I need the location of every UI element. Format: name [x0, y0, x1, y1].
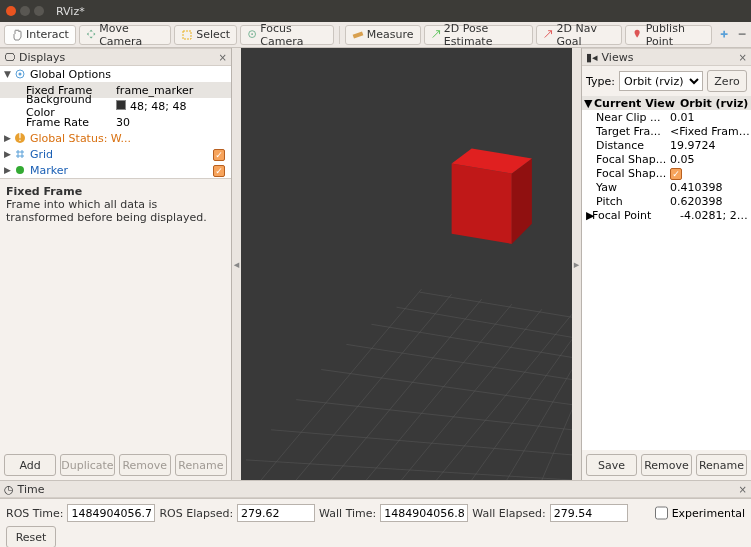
- wall-elapsed-input[interactable]: [550, 504, 628, 522]
- svg-point-8: [16, 166, 24, 174]
- time-panel: ROS Time: ROS Elapsed: Wall Time: Wall E…: [0, 498, 751, 526]
- window-title: RViz*: [56, 5, 85, 18]
- save-button[interactable]: Save: [586, 454, 637, 476]
- focus-camera-label: Focus Camera: [260, 22, 327, 48]
- pose-estimate-button[interactable]: 2D Pose Estimate: [424, 25, 534, 45]
- select-button[interactable]: Select: [174, 25, 237, 45]
- expand-icon[interactable]: ▶: [4, 133, 14, 143]
- views-type-row: Type: Orbit (rviz) Zero: [582, 66, 751, 96]
- view-type-select[interactable]: Orbit (rviz): [619, 71, 703, 91]
- pitch-row[interactable]: Pitch0.620398: [582, 194, 751, 208]
- right-collapse-handle[interactable]: ▸: [572, 48, 581, 480]
- expand-icon[interactable]: ▼: [582, 97, 592, 110]
- ruler-icon: [352, 29, 364, 41]
- publish-point-label: Publish Point: [646, 22, 706, 48]
- time-title: Time: [18, 483, 45, 496]
- viewport-3d[interactable]: [241, 48, 572, 480]
- displays-buttons: Add Duplicate Remove Rename: [0, 450, 231, 480]
- views-tree[interactable]: ▼ Current View Orbit (rviz) Near Clip ..…: [582, 96, 751, 450]
- measure-button[interactable]: Measure: [345, 25, 421, 45]
- warning-icon: !: [14, 132, 26, 144]
- publish-point-button[interactable]: Publish Point: [625, 25, 712, 45]
- marker-row[interactable]: ▶ Marker ✓: [0, 162, 231, 178]
- expand-icon[interactable]: ▶: [4, 149, 14, 159]
- remove-button: Remove: [119, 454, 171, 476]
- global-status-row[interactable]: ▶ ! Global Status: W...: [0, 130, 231, 146]
- expand-icon[interactable]: ▼: [4, 69, 14, 79]
- target-frame-row[interactable]: Target Fra...<Fixed Frame>: [582, 124, 751, 138]
- add-button[interactable]: Add: [4, 454, 56, 476]
- grid-label: Grid: [30, 148, 53, 161]
- ros-time-input[interactable]: [67, 504, 155, 522]
- svg-rect-3: [352, 31, 363, 38]
- distance-row[interactable]: Distance19.9724: [582, 138, 751, 152]
- panel-close-icon[interactable]: ×: [739, 52, 747, 63]
- arrow-red-icon: [543, 29, 553, 41]
- panel-close-icon[interactable]: ×: [219, 52, 227, 63]
- experimental-label: Experimental: [672, 507, 745, 520]
- nav-goal-button[interactable]: 2D Nav Goal: [536, 25, 622, 45]
- focus-camera-button[interactable]: Focus Camera: [240, 25, 334, 45]
- marker-icon: [14, 164, 26, 176]
- displays-title: Displays: [19, 51, 65, 64]
- nav-goal-label: 2D Nav Goal: [557, 22, 616, 48]
- pin-icon: [632, 29, 642, 41]
- focal-point-row[interactable]: ▶ Focal Point -4.0281; 2.0475; ...: [582, 208, 751, 222]
- move-camera-label: Move Camera: [99, 22, 164, 48]
- plus-icon[interactable]: [719, 29, 729, 41]
- grid-checkbox[interactable]: ✓: [213, 149, 225, 161]
- toolbar-separator: [339, 26, 340, 44]
- color-swatch-icon: [116, 100, 126, 110]
- experimental-checkbox[interactable]: [655, 504, 668, 522]
- views-buttons: Save Remove Rename: [582, 450, 751, 480]
- zero-button[interactable]: Zero: [707, 70, 747, 92]
- grid-row[interactable]: ▶ Grid ✓: [0, 146, 231, 162]
- focal-shape-size-row[interactable]: Focal Shap...0.05: [582, 152, 751, 166]
- window-maximize-icon[interactable]: [34, 6, 44, 16]
- displays-tree[interactable]: ▼ Global Options Fixed Frame frame_marke…: [0, 66, 231, 179]
- move-icon: [86, 29, 96, 41]
- window-minimize-icon[interactable]: [20, 6, 30, 16]
- background-color-row[interactable]: Background Color 48; 48; 48: [0, 98, 231, 114]
- clock-icon: ◷: [4, 483, 14, 496]
- svg-rect-9: [241, 48, 572, 480]
- expand-icon[interactable]: ▶: [4, 165, 14, 175]
- move-camera-button[interactable]: Move Camera: [79, 25, 171, 45]
- global-options-row[interactable]: ▼ Global Options: [0, 66, 231, 82]
- expand-icon[interactable]: ▶: [582, 209, 592, 222]
- focal-shape-fixed-row[interactable]: Focal Shap...✓: [582, 166, 751, 180]
- pose-estimate-label: 2D Pose Estimate: [444, 22, 526, 48]
- fixed-frame-value[interactable]: frame_marker: [116, 84, 231, 97]
- select-icon: [181, 29, 193, 41]
- views-header: ▮◂ Views ×: [582, 48, 751, 66]
- current-view-label: Current View: [592, 97, 678, 110]
- marker-label: Marker: [30, 164, 68, 177]
- ros-elapsed-label: ROS Elapsed:: [159, 507, 233, 520]
- current-view-row[interactable]: ▼ Current View Orbit (rviz): [582, 96, 751, 110]
- interact-label: Interact: [26, 28, 69, 41]
- remove-view-button[interactable]: Remove: [641, 454, 692, 476]
- interact-button[interactable]: Interact: [4, 25, 76, 45]
- duplicate-button: Duplicate: [60, 454, 114, 476]
- near-clip-row[interactable]: Near Clip ...0.01: [582, 110, 751, 124]
- rename-view-button[interactable]: Rename: [696, 454, 747, 476]
- window-close-icon[interactable]: [6, 6, 16, 16]
- svg-rect-0: [183, 31, 191, 39]
- rename-button: Rename: [175, 454, 227, 476]
- left-collapse-handle[interactable]: ◂: [232, 48, 241, 480]
- frame-rate-row[interactable]: Frame Rate 30: [0, 114, 231, 130]
- marker-checkbox[interactable]: ✓: [213, 165, 225, 177]
- description-body: Frame into which all data is transformed…: [6, 198, 225, 224]
- panel-close-icon[interactable]: ×: [739, 484, 747, 495]
- gear-icon: [14, 68, 26, 80]
- ros-elapsed-input[interactable]: [237, 504, 315, 522]
- focal-shape-checkbox[interactable]: ✓: [670, 168, 682, 180]
- reset-button[interactable]: Reset: [6, 526, 56, 547]
- window-titlebar: RViz*: [0, 0, 751, 22]
- views-title: Views: [602, 51, 634, 64]
- wall-time-label: Wall Time:: [319, 507, 376, 520]
- minus-icon[interactable]: [737, 29, 747, 41]
- views-panel: ▮◂ Views × Type: Orbit (rviz) Zero ▼ Cur…: [581, 48, 751, 480]
- wall-time-input[interactable]: [380, 504, 468, 522]
- yaw-row[interactable]: Yaw0.410398: [582, 180, 751, 194]
